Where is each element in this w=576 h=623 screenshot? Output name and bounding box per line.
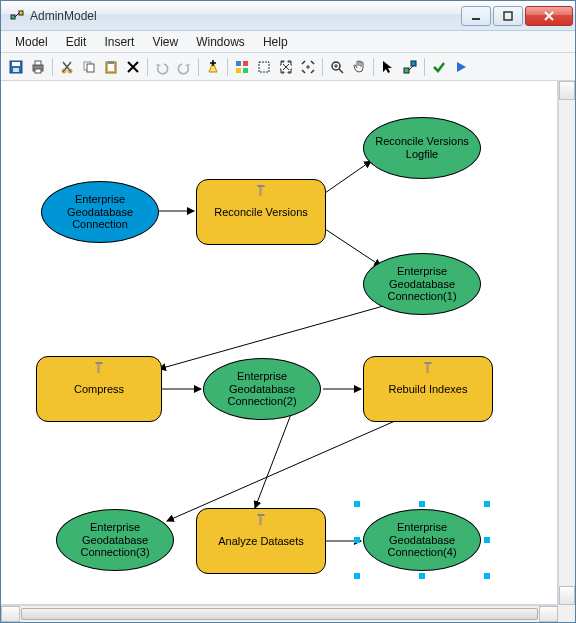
node-label: Enterprise Geodatabase Connection(1) [370, 265, 474, 303]
menu-edit[interactable]: Edit [58, 33, 95, 51]
selection-handle[interactable] [484, 501, 490, 507]
selection-handle[interactable] [484, 537, 490, 543]
node-rebuild-indexes[interactable]: Rebuild Indexes [363, 356, 493, 422]
tool-icon [94, 360, 104, 377]
auto-layout-button[interactable] [231, 56, 253, 78]
node-label: Enterprise Geodatabase Connection [48, 193, 152, 231]
node-label: Enterprise Geodatabase Connection(3) [63, 521, 167, 559]
undo-button[interactable] [151, 56, 173, 78]
delete-button[interactable] [122, 56, 144, 78]
vertical-scrollbar[interactable] [558, 81, 575, 605]
node-input[interactable]: Enterprise Geodatabase Connection [41, 181, 159, 243]
selection-handle[interactable] [484, 573, 490, 579]
fixed-zoom-out-button[interactable] [297, 56, 319, 78]
add-data-button[interactable] [202, 56, 224, 78]
pan-button[interactable] [348, 56, 370, 78]
node-label: Analyze Datasets [218, 535, 304, 548]
selection-handle[interactable] [419, 501, 425, 507]
svg-rect-24 [411, 61, 416, 66]
titlebar[interactable]: AdminModel [1, 1, 575, 31]
svg-rect-0 [11, 15, 15, 19]
node-label: Enterprise Geodatabase Connection(2) [210, 370, 314, 408]
node-label: Reconcile Versions [214, 206, 308, 219]
toolbar [1, 53, 575, 81]
node-compress[interactable]: Compress [36, 356, 162, 422]
paste-button[interactable] [100, 56, 122, 78]
node-label: Reconcile Versions Logfile [370, 135, 474, 160]
svg-rect-36 [426, 364, 429, 373]
app-window: AdminModel Model Edit Insert View Window… [0, 0, 576, 623]
svg-line-26 [325, 161, 371, 193]
tool-icon [423, 360, 433, 377]
svg-rect-2 [472, 18, 480, 20]
window-title: AdminModel [30, 9, 461, 23]
validate-button[interactable] [428, 56, 450, 78]
svg-line-27 [325, 229, 381, 266]
print-button[interactable] [27, 56, 49, 78]
minimize-button[interactable] [461, 6, 491, 26]
svg-rect-20 [243, 68, 248, 73]
svg-line-31 [167, 421, 395, 521]
svg-rect-5 [12, 62, 20, 66]
tool-icon [256, 183, 266, 200]
menu-model[interactable]: Model [7, 33, 56, 51]
svg-rect-17 [236, 61, 241, 66]
svg-rect-1 [19, 11, 23, 15]
menu-insert[interactable]: Insert [96, 33, 142, 51]
horizontal-scrollbar[interactable] [1, 605, 558, 622]
fixed-zoom-in-button[interactable] [275, 56, 297, 78]
close-button[interactable] [525, 6, 573, 26]
node-logfile[interactable]: Reconcile Versions Logfile [363, 117, 481, 179]
node-conn2[interactable]: Enterprise Geodatabase Connection(2) [203, 358, 321, 420]
copy-button[interactable] [78, 56, 100, 78]
save-button[interactable] [5, 56, 27, 78]
redo-button[interactable] [173, 56, 195, 78]
node-label: Enterprise Geodatabase Connection(4) [370, 521, 474, 559]
run-button[interactable] [450, 56, 472, 78]
node-conn1[interactable]: Enterprise Geodatabase Connection(1) [363, 253, 481, 315]
node-conn3[interactable]: Enterprise Geodatabase Connection(3) [56, 509, 174, 571]
selection-handle[interactable] [354, 573, 360, 579]
model-canvas[interactable]: Enterprise Geodatabase Connection Reconc… [1, 81, 557, 604]
node-label: Compress [74, 383, 124, 396]
menu-view[interactable]: View [144, 33, 186, 51]
svg-rect-8 [35, 61, 41, 65]
menu-help[interactable]: Help [255, 33, 296, 51]
selection-handle[interactable] [354, 501, 360, 507]
svg-rect-34 [259, 187, 262, 196]
svg-rect-19 [236, 68, 241, 73]
svg-rect-37 [259, 516, 262, 525]
svg-rect-3 [504, 12, 512, 20]
menu-windows[interactable]: Windows [188, 33, 253, 51]
zoom-in-button[interactable] [326, 56, 348, 78]
node-analyze-datasets[interactable]: Analyze Datasets [196, 508, 326, 574]
menubar: Model Edit Insert View Windows Help [1, 31, 575, 53]
svg-rect-15 [108, 64, 114, 71]
connect-button[interactable] [399, 56, 421, 78]
svg-rect-6 [13, 68, 19, 72]
full-extent-button[interactable] [253, 56, 275, 78]
app-icon [9, 8, 25, 24]
svg-rect-13 [87, 64, 94, 72]
node-conn4[interactable]: Enterprise Geodatabase Connection(4) [363, 509, 481, 571]
scroll-corner [558, 605, 575, 622]
cut-button[interactable] [56, 56, 78, 78]
selection-handle[interactable] [419, 573, 425, 579]
node-label: Rebuild Indexes [389, 383, 468, 396]
svg-line-32 [255, 409, 293, 508]
svg-rect-23 [404, 68, 409, 73]
tool-icon [256, 512, 266, 529]
node-reconcile-versions[interactable]: Reconcile Versions [196, 179, 326, 245]
maximize-button[interactable] [493, 6, 523, 26]
svg-rect-21 [259, 62, 269, 72]
svg-rect-16 [108, 61, 114, 64]
svg-rect-9 [35, 69, 41, 73]
svg-rect-35 [97, 364, 100, 373]
selection-handle[interactable] [354, 537, 360, 543]
svg-rect-18 [243, 61, 248, 66]
select-button[interactable] [377, 56, 399, 78]
